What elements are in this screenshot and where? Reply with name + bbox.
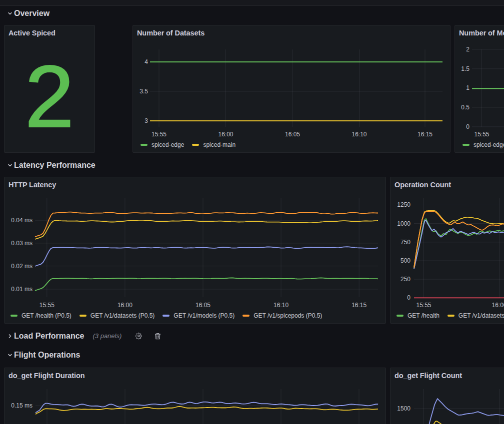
svg-text:1000: 1000 xyxy=(397,220,410,227)
svg-text:0.03 ms: 0.03 ms xyxy=(11,240,32,247)
svg-text:16:15: 16:15 xyxy=(352,302,366,309)
svg-text:16:10: 16:10 xyxy=(274,302,288,309)
svg-text:0.01 ms: 0.01 ms xyxy=(11,286,32,293)
svg-text:750: 750 xyxy=(400,239,410,246)
svg-text:0.02 ms: 0.02 ms xyxy=(11,263,32,270)
svg-text:0.04 ms: 0.04 ms xyxy=(11,217,32,224)
svg-text:1.5: 1.5 xyxy=(461,65,470,72)
svg-text:16:00: 16:00 xyxy=(118,302,132,309)
svg-text:250: 250 xyxy=(400,276,410,283)
svg-text:3: 3 xyxy=(144,117,148,124)
svg-text:15:55: 15:55 xyxy=(474,131,489,138)
svg-text:15:55: 15:55 xyxy=(40,302,54,309)
svg-text:500: 500 xyxy=(400,257,410,264)
svg-text:0: 0 xyxy=(407,294,410,301)
svg-text:1250: 1250 xyxy=(397,201,410,208)
svg-text:3.5: 3.5 xyxy=(140,88,148,95)
svg-text:1500: 1500 xyxy=(397,405,410,412)
svg-text:2: 2 xyxy=(466,46,470,53)
svg-text:0.5: 0.5 xyxy=(461,104,470,111)
svg-text:15:55: 15:55 xyxy=(152,131,166,138)
svg-text:16:15: 16:15 xyxy=(418,131,432,138)
svg-text:16:00: 16:00 xyxy=(218,131,233,138)
svg-text:4: 4 xyxy=(144,58,148,65)
svg-text:16:05: 16:05 xyxy=(196,302,210,309)
svg-text:16:05: 16:05 xyxy=(285,131,300,138)
svg-text:0.15 ms: 0.15 ms xyxy=(11,402,32,409)
svg-text:16:00: 16:00 xyxy=(492,302,504,309)
svg-text:1: 1 xyxy=(466,84,470,91)
svg-text:0: 0 xyxy=(466,123,470,130)
svg-text:15:55: 15:55 xyxy=(416,302,431,309)
svg-text:16:10: 16:10 xyxy=(352,131,366,138)
